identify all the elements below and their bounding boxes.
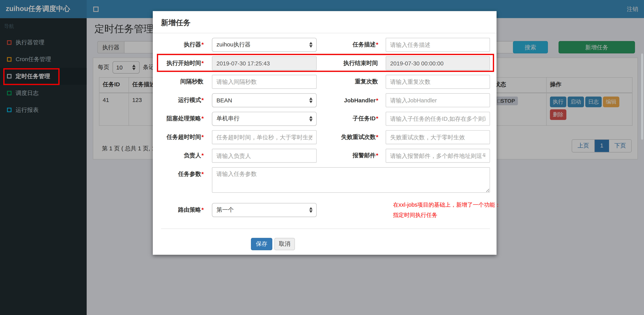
modal-body: 执行器* zuihou执行器 任务描述* 执行开始时间* 执行结束时间 间隔秒数… bbox=[153, 33, 497, 250]
run-mode-label: 运行模式* bbox=[161, 97, 204, 104]
start-time-input[interactable] bbox=[212, 56, 317, 70]
scrollbar-thumb[interactable] bbox=[641, 53, 643, 140]
owner-label: 负责人* bbox=[161, 152, 204, 159]
alarm-email-input[interactable] bbox=[386, 149, 490, 163]
interval-input[interactable] bbox=[212, 75, 317, 89]
app-root: zuihou任务调度中心 注销 导航 执行器管理 Cron任务管理 定时任务管理… bbox=[0, 0, 644, 315]
end-time-label: 执行结束时间 bbox=[316, 60, 378, 67]
repeat-count-input[interactable] bbox=[386, 75, 490, 89]
fail-retry-input[interactable] bbox=[386, 130, 490, 144]
block-strategy-select[interactable]: 单机串行 bbox=[212, 112, 317, 126]
route-strategy-label: 路由策略* bbox=[161, 206, 204, 214]
modal-title: 新增任务 bbox=[161, 19, 190, 27]
fail-retry-label: 失败重试次数* bbox=[316, 134, 378, 141]
interval-label: 间隔秒数 bbox=[161, 78, 204, 86]
child-job-id-input[interactable] bbox=[386, 112, 490, 126]
job-handler-label: JobHandler* bbox=[316, 97, 378, 104]
executor-label: 执行器* bbox=[161, 41, 204, 48]
executor-select[interactable]: zuihou执行器 bbox=[212, 38, 317, 52]
save-button[interactable]: 保存 bbox=[251, 238, 272, 250]
end-time-input[interactable] bbox=[386, 56, 490, 70]
task-desc-label: 任务描述* bbox=[316, 41, 378, 48]
modal-footer: 保存 取消 bbox=[161, 229, 490, 250]
feature-note-line1: 在xxl-jobs项目的基础上，新增了一个功能： bbox=[393, 200, 504, 210]
select-arrow-icon bbox=[309, 97, 313, 104]
modal-header: 新增任务 bbox=[153, 11, 497, 33]
job-handler-input[interactable] bbox=[386, 93, 490, 107]
select-arrow-icon bbox=[309, 41, 313, 48]
select-arrow-icon bbox=[309, 207, 313, 213]
block-strategy-label: 阻塞处理策略* bbox=[161, 115, 204, 123]
timeout-input[interactable] bbox=[212, 130, 317, 144]
feature-note: 在xxl-jobs项目的基础上，新增了一个功能： 指定时间执行任务 bbox=[393, 200, 504, 220]
add-task-modal: 新增任务 执行器* zuihou执行器 任务描述* 执行开始时间* 执行结束时间… bbox=[153, 11, 497, 255]
owner-input[interactable] bbox=[212, 149, 317, 163]
repeat-count-label: 重复次数 bbox=[316, 78, 378, 86]
cancel-button[interactable]: 取消 bbox=[274, 238, 295, 250]
job-param-label: 任务参数* bbox=[161, 170, 204, 178]
child-job-id-label: 子任务ID* bbox=[316, 115, 378, 123]
timeout-label: 任务超时时间* bbox=[161, 134, 204, 141]
feature-note-line2: 指定时间执行任务 bbox=[393, 210, 504, 220]
start-time-label: 执行开始时间* bbox=[161, 60, 204, 67]
job-param-textarea[interactable] bbox=[212, 167, 490, 193]
route-strategy-select[interactable]: 第一个 bbox=[212, 203, 317, 217]
select-arrow-icon bbox=[309, 116, 313, 122]
alarm-email-label: 报警邮件* bbox=[316, 152, 378, 159]
task-desc-input[interactable] bbox=[386, 38, 490, 52]
run-mode-select[interactable]: BEAN bbox=[212, 93, 317, 107]
